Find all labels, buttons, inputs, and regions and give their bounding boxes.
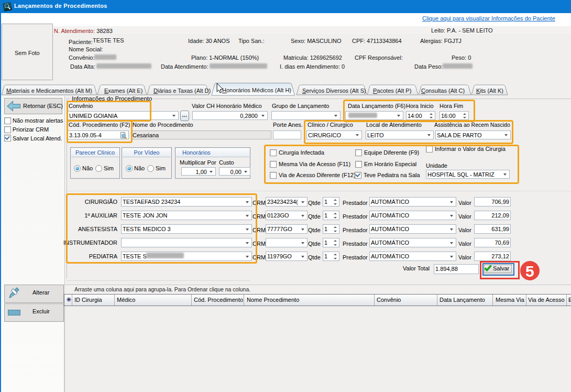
svg-text:Diárias e Taxas (Alt D): Diárias e Taxas (Alt D) [153, 88, 211, 94]
svg-text:Honorários Médicos (Alt H): Honorários Médicos (Alt H) [222, 87, 291, 93]
svg-text:Pacotes (Alt P): Pacotes (Alt P) [373, 88, 411, 94]
svg-text:Materiais e Medicamentos (Alt: Materiais e Medicamentos (Alt M) [6, 88, 92, 94]
svg-text:Exames (Alt E): Exames (Alt E) [104, 88, 142, 94]
svg-text:Consultas (Alt C): Consultas (Alt C) [421, 88, 465, 94]
svg-text:Kits (Alt K): Kits (Alt K) [476, 88, 503, 94]
svg-text:Serviços Diversos (Alt S): Serviços Diversos (Alt S) [302, 88, 366, 94]
